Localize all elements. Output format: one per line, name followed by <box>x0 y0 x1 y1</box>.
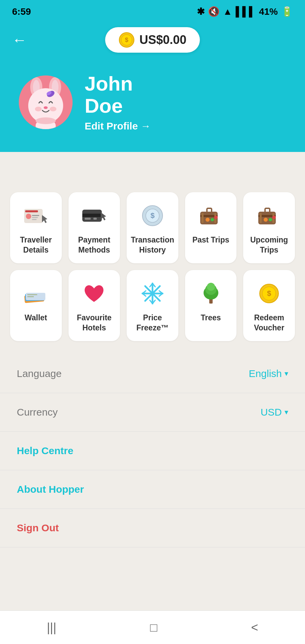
svg-rect-25 <box>85 218 91 220</box>
settings-section: Language English ▾ Currency USD ▾ Help C… <box>0 351 305 547</box>
svg-point-15 <box>36 117 56 124</box>
wallet-icon <box>23 280 49 307</box>
transaction-history-icon: $ <box>139 202 166 229</box>
nav-menu-button[interactable]: ||| <box>34 617 70 638</box>
grid-item-trees[interactable]: Trees <box>185 270 237 341</box>
nav-back-button[interactable]: < <box>237 617 271 638</box>
traveller-details-label: Traveller Details <box>13 235 58 255</box>
grid-item-wallet[interactable]: Wallet <box>10 270 62 341</box>
top-bar: ← $ US$0.00 <box>12 27 293 53</box>
avatar <box>19 75 73 129</box>
svg-point-45 <box>269 218 272 221</box>
grid-item-transaction-history[interactable]: $ Transaction History <box>127 192 178 263</box>
svg-rect-17 <box>25 210 38 212</box>
svg-rect-19 <box>32 215 39 216</box>
svg-marker-22 <box>42 215 47 223</box>
language-value: English ▾ <box>249 368 288 379</box>
signal-icon: ▌▌▌ <box>235 6 256 17</box>
mute-icon: 🔇 <box>208 6 220 17</box>
wallet-label: Wallet <box>25 313 47 323</box>
redeem-voucher-icon: $ <box>256 280 282 307</box>
svg-point-38 <box>214 216 218 219</box>
back-button[interactable]: ← <box>12 33 27 47</box>
svg-text:$: $ <box>150 211 155 220</box>
help-centre-link[interactable]: Help Centre <box>0 432 305 470</box>
svg-point-44 <box>264 218 268 222</box>
currency-label: Currency <box>17 407 58 418</box>
svg-rect-42 <box>260 213 262 223</box>
payment-methods-label: Payment Methods <box>72 235 117 255</box>
profile-section: John Doe Edit Profile → <box>12 66 293 152</box>
trees-label: Trees <box>201 313 221 323</box>
currency-row[interactable]: Currency USD ▾ <box>0 393 305 432</box>
svg-rect-20 <box>32 217 38 218</box>
coin-icon: $ <box>119 32 135 48</box>
currency-value: USD ▾ <box>261 407 288 418</box>
svg-point-10 <box>35 107 42 111</box>
svg-rect-26 <box>93 218 97 220</box>
chevron-down-icon-2: ▾ <box>285 408 288 417</box>
svg-text:$: $ <box>125 37 128 43</box>
payment-methods-icon <box>81 202 107 229</box>
bluetooth-icon: ✱ <box>197 6 205 17</box>
grid-item-redeem-voucher[interactable]: $ Redeem Voucher <box>243 270 295 341</box>
status-right: ✱ 🔇 ▲ ▌▌▌ 41% 🔋 <box>197 6 293 17</box>
svg-rect-50 <box>27 294 37 295</box>
battery-icon: 🔋 <box>281 6 293 17</box>
language-label: Language <box>17 368 61 379</box>
grid-item-payment-methods[interactable]: Payment Methods <box>69 192 120 263</box>
grid-item-price-freeze[interactable]: Price Freeze™ <box>127 270 178 341</box>
balance-amount: US$0.00 <box>139 33 186 47</box>
sign-out-link[interactable]: Sign Out <box>0 509 305 547</box>
svg-point-37 <box>211 218 214 221</box>
upcoming-trips-label: Upcoming Trips <box>247 235 292 255</box>
avatar-image <box>19 75 73 129</box>
profile-info: John Doe Edit Profile → <box>85 73 151 132</box>
past-trips-icon <box>198 202 224 229</box>
svg-text:$: $ <box>267 289 271 298</box>
favourite-hotels-label: Favourite Hotels <box>72 313 117 333</box>
svg-point-36 <box>206 218 210 222</box>
price-freeze-label: Price Freeze™ <box>130 313 175 333</box>
bottom-nav: ||| □ < <box>0 610 305 644</box>
svg-rect-21 <box>32 219 37 220</box>
grid-item-past-trips[interactable]: Past Trips <box>185 192 237 263</box>
grid-item-favourite-hotels[interactable]: Favourite Hotels <box>69 270 120 341</box>
language-row[interactable]: Language English ▾ <box>0 355 305 393</box>
about-hopper-link[interactable]: About Hopper <box>0 470 305 509</box>
transaction-history-label: Transaction History <box>130 235 175 255</box>
svg-rect-34 <box>202 213 204 223</box>
trees-icon <box>198 280 224 307</box>
status-time: 6:59 <box>12 6 31 17</box>
grid-item-traveller-details[interactable]: Traveller Details <box>10 192 62 263</box>
status-bar: 6:59 ✱ 🔇 ▲ ▌▌▌ 41% 🔋 <box>0 0 305 20</box>
svg-rect-51 <box>27 296 34 297</box>
chevron-down-icon: ▾ <box>285 369 288 378</box>
feature-grid: Traveller Details Payment Methods <box>10 192 295 341</box>
svg-point-18 <box>26 214 31 219</box>
price-freeze-icon <box>139 280 166 307</box>
traveller-details-icon <box>23 202 49 229</box>
svg-point-9 <box>44 106 48 109</box>
nav-home-button[interactable]: □ <box>137 617 171 638</box>
upcoming-trips-icon <box>256 202 282 229</box>
wave-divider <box>0 152 305 179</box>
hero-section: ← $ US$0.00 <box>0 20 305 152</box>
grid-item-upcoming-trips[interactable]: Upcoming Trips <box>243 192 295 263</box>
edit-profile-button[interactable]: Edit Profile → <box>85 120 151 132</box>
wifi-icon: ▲ <box>223 6 232 17</box>
svg-point-67 <box>207 283 215 291</box>
username: John Doe <box>85 73 151 117</box>
favourite-hotels-icon <box>81 280 107 307</box>
svg-rect-24 <box>82 214 102 217</box>
battery-text: 41% <box>259 6 278 17</box>
grid-section: Traveller Details Payment Methods <box>0 179 305 351</box>
svg-point-46 <box>272 216 276 219</box>
svg-point-11 <box>50 107 56 111</box>
balance-pill[interactable]: $ US$0.00 <box>105 27 200 53</box>
past-trips-label: Past Trips <box>192 235 229 245</box>
redeem-voucher-label: Redeem Voucher <box>247 313 292 333</box>
